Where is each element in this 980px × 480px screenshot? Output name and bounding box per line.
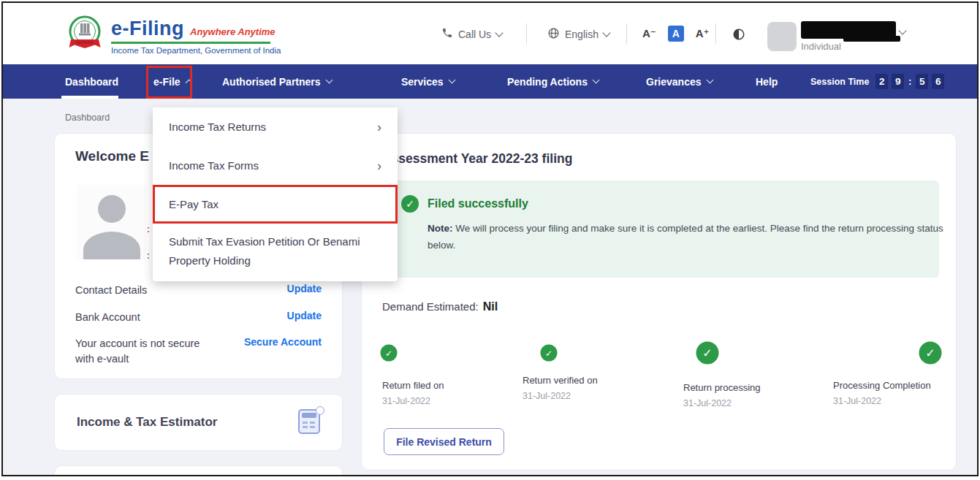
- chevron-down-icon: [495, 28, 503, 37]
- menu-item-label: Income Tax Returns: [169, 121, 266, 133]
- demand-estimated: Demand Estimated:Nil: [382, 300, 498, 313]
- income-tax-emblem-logo: [66, 14, 104, 56]
- brand-tagline: Anywhere Anytime: [190, 26, 276, 37]
- session-time-label: Session Time: [810, 77, 869, 87]
- nav-efile[interactable]: e-File: [153, 64, 191, 99]
- efile-dropdown-menu: Income Tax Returns › Income Tax Forms › …: [153, 107, 398, 281]
- partial-card: [54, 465, 343, 476]
- timeline-step-label: Return processing: [683, 382, 761, 393]
- brand-name: e-Filing: [111, 18, 184, 40]
- session-digit: 5: [916, 74, 928, 89]
- session-colon: :: [908, 76, 912, 87]
- timeline-check-icon: ✓: [919, 342, 942, 365]
- menu-item-label: Submit Tax Evasion Petition Or Benami Pr…: [169, 232, 381, 271]
- timeline-check-icon: ✓: [541, 345, 558, 362]
- note-text: We will process your filing and make sur…: [428, 223, 943, 251]
- header-divider: [526, 23, 527, 44]
- phone-icon: [441, 27, 453, 41]
- session-digit: 9: [892, 74, 904, 89]
- timeline-step-filed: Return filed on 31-Jul-2022: [382, 380, 444, 406]
- breadcrumb[interactable]: Dashboard: [65, 113, 110, 123]
- demand-label: Demand Estimated:: [382, 300, 479, 313]
- user-avatar[interactable]: [767, 22, 797, 51]
- timeline-step-date: 31-Jul-2022: [833, 396, 931, 406]
- filed-status-text: Filed successfully: [428, 197, 528, 210]
- chevron-down-icon: [602, 28, 610, 37]
- obscured-text-fragment: :: [147, 224, 150, 235]
- nav-help-label: Help: [756, 76, 778, 88]
- efiling-portal-screen: e-Filing Anywhere Anytime Income Tax Dep…: [1, 1, 979, 476]
- submenu-arrow-icon: ›: [377, 162, 381, 169]
- top-header: e-Filing Anywhere Anytime Income Tax Dep…: [3, 3, 977, 64]
- chevron-down-icon: [592, 77, 599, 84]
- chevron-down-icon: [448, 77, 455, 84]
- menu-item-income-tax-returns[interactable]: Income Tax Returns ›: [153, 107, 398, 146]
- font-default-button[interactable]: A: [668, 26, 684, 42]
- nav-authorised-partners[interactable]: Authorised Partners: [222, 64, 332, 99]
- nav-services[interactable]: Services: [401, 64, 455, 99]
- nav-help[interactable]: Help: [756, 64, 778, 99]
- nav-dashboard-label: Dashboard: [65, 76, 118, 88]
- filing-card-title: Assessment Year 2022-23 filing: [382, 151, 572, 167]
- call-us-label: Call Us: [458, 28, 491, 40]
- profile-avatar: [77, 185, 146, 259]
- timeline-step-completion: Processing Completion 31-Jul-2022: [833, 380, 931, 406]
- redacted-user-name: [843, 36, 900, 42]
- session-timer: Session Time 2 9 : 5 6: [810, 64, 944, 99]
- timeline-step-processing: Return processing 31-Jul-2022: [683, 382, 761, 408]
- contact-details-row: Contact Details Update: [75, 283, 322, 298]
- bank-account-label: Bank Account: [75, 310, 140, 325]
- secure-account-link[interactable]: Secure Account: [244, 336, 322, 348]
- nav-pending-actions[interactable]: Pending Actions: [507, 64, 599, 99]
- file-revised-return-button[interactable]: File Revised Return: [384, 428, 504, 455]
- evault-security-label: Your account is not secure with e-vault: [75, 336, 203, 367]
- call-us-menu[interactable]: Call Us: [441, 27, 502, 41]
- nav-dashboard[interactable]: Dashboard: [65, 64, 118, 99]
- font-decrease-button[interactable]: A⁻: [642, 27, 656, 40]
- welcome-heading: Welcome E: [75, 148, 149, 164]
- avatar-head: [98, 195, 126, 223]
- success-check-icon: ✓: [401, 195, 419, 213]
- nav-pending-actions-label: Pending Actions: [507, 76, 588, 88]
- filed-success-banner: ✓ Filed successfully Note: We will proce…: [382, 180, 939, 278]
- menu-item-income-tax-forms[interactable]: Income Tax Forms ›: [153, 146, 398, 185]
- submenu-arrow-icon: ›: [377, 123, 381, 131]
- timeline-check-icon: ✓: [696, 342, 719, 365]
- timeline-step-date: 31-Jul-2022: [523, 391, 598, 401]
- bank-account-update-link[interactable]: Update: [287, 310, 322, 321]
- language-label: English: [565, 28, 599, 40]
- user-role-label: Individual: [801, 41, 841, 52]
- contrast-toggle-button[interactable]: [732, 28, 745, 41]
- income-tax-estimator-card[interactable]: Income & Tax Estimator: [54, 394, 343, 451]
- timeline-step-date: 31-Jul-2022: [382, 396, 444, 406]
- timeline-connector: [389, 351, 930, 354]
- globe-icon: [547, 27, 560, 42]
- language-selector[interactable]: English: [547, 27, 609, 42]
- nav-grievances[interactable]: Grievances: [646, 64, 713, 99]
- note-label: Note:: [428, 223, 453, 234]
- contact-details-update-link[interactable]: Update: [287, 283, 322, 294]
- font-increase-button[interactable]: A⁺: [696, 27, 710, 40]
- menu-item-e-pay-tax[interactable]: E-Pay Tax: [153, 185, 398, 224]
- header-divider: [626, 23, 627, 44]
- nav-efile-label: e-File: [153, 76, 181, 88]
- evault-security-row: Your account is not secure with e-vault …: [75, 336, 322, 367]
- menu-item-label: E-Pay Tax: [169, 198, 219, 210]
- estimator-title: Income & Tax Estimator: [77, 415, 217, 430]
- avatar-body: [83, 232, 140, 259]
- brand-block: e-Filing Anywhere Anytime Income Tax Dep…: [111, 18, 281, 55]
- brand-subtitle: Income Tax Department, Government of Ind…: [111, 46, 281, 55]
- nav-authorised-partners-label: Authorised Partners: [222, 76, 321, 88]
- timeline-step-label: Return filed on: [382, 380, 444, 391]
- menu-item-submit-tax-evasion[interactable]: Submit Tax Evasion Petition Or Benami Pr…: [153, 224, 398, 281]
- nav-grievances-label: Grievances: [646, 76, 702, 88]
- timeline-check-icon: ✓: [381, 345, 398, 362]
- nav-services-label: Services: [401, 76, 444, 88]
- obscured-text-fragment: :: [147, 251, 150, 261]
- chevron-up-icon: [185, 80, 192, 87]
- filing-note: Note: We will process your filing and ma…: [428, 221, 943, 254]
- brand-divider: [111, 42, 270, 44]
- timeline-step-date: 31-Jul-2022: [683, 398, 761, 408]
- timeline-step-verified: Return verified on 31-Jul-2022: [523, 375, 598, 401]
- chevron-down-icon[interactable]: [898, 26, 906, 34]
